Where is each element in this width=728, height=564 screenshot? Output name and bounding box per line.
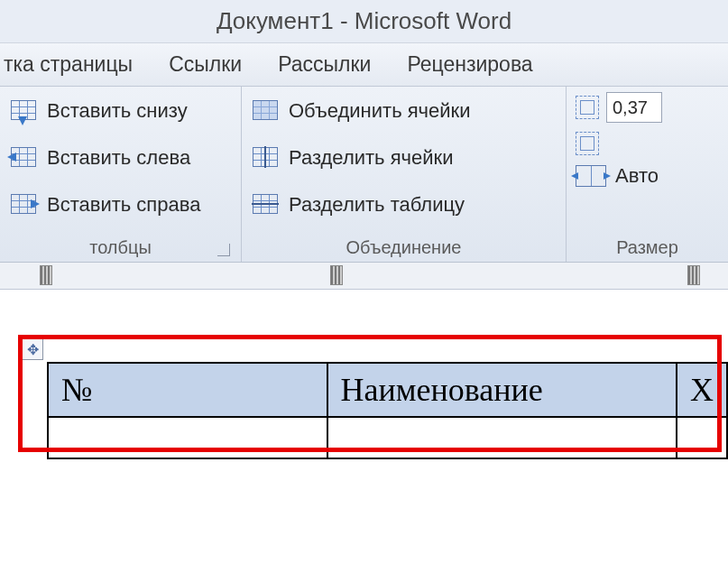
horizontal-ruler[interactable] xyxy=(0,263,728,290)
group-rows-columns: Вставить снизу Вставить слева Вставить с… xyxy=(0,87,242,262)
merge-cells-icon xyxy=(251,98,280,124)
insert-right-label: Вставить справа xyxy=(47,193,200,217)
table-cell[interactable] xyxy=(327,417,677,458)
row-height-icon xyxy=(576,96,599,119)
column-marker-icon[interactable] xyxy=(687,265,700,285)
table-header-cell[interactable]: Наименование xyxy=(327,363,677,417)
ribbon: Вставить снизу Вставить слева Вставить с… xyxy=(0,87,728,263)
insert-below-label: Вставить снизу xyxy=(47,99,188,123)
insert-left-button[interactable]: Вставить слева xyxy=(9,139,232,177)
group-cell-size: Авто Размер xyxy=(567,87,728,262)
split-cells-button[interactable]: Разделить ячейки xyxy=(251,139,557,177)
split-cells-icon xyxy=(251,145,280,171)
merge-cells-button[interactable]: Объединить ячейки xyxy=(251,92,557,130)
table-cell[interactable] xyxy=(48,417,327,458)
insert-right-icon xyxy=(9,192,38,217)
table-row[interactable]: № Наименование Х xyxy=(48,363,727,417)
document-table[interactable]: № Наименование Х xyxy=(47,362,728,459)
document-area[interactable]: ✥ № Наименование Х xyxy=(0,290,728,564)
table-header-cell[interactable]: Х xyxy=(677,363,727,417)
insert-below-icon xyxy=(9,98,38,124)
split-cells-label: Разделить ячейки xyxy=(289,146,453,170)
insert-right-button[interactable]: Вставить справа xyxy=(9,186,232,224)
insert-left-icon xyxy=(9,145,38,171)
ribbon-tabs: тка страницы Ссылки Рассылки Рецензирова xyxy=(0,43,728,87)
autofit-label: Авто xyxy=(615,164,659,188)
window-title: Документ1 - Microsoft Word xyxy=(0,0,728,43)
col-width-icon xyxy=(576,132,599,155)
row-height-control xyxy=(576,92,719,123)
tab-page-layout[interactable]: тка страницы xyxy=(4,52,133,77)
column-marker-icon[interactable] xyxy=(330,265,343,285)
table-row[interactable] xyxy=(48,417,727,458)
split-table-label: Разделить таблицу xyxy=(289,193,465,217)
insert-below-button[interactable]: Вставить снизу xyxy=(9,92,232,130)
group-cell-size-label: Размер xyxy=(576,232,719,262)
rows-columns-dialog-launcher-icon[interactable] xyxy=(217,244,230,256)
table-cell[interactable] xyxy=(677,417,727,458)
insert-left-label: Вставить слева xyxy=(47,146,190,170)
merge-cells-label: Объединить ячейки xyxy=(289,99,471,123)
group-merge-label: Объединение xyxy=(251,232,557,262)
tab-review[interactable]: Рецензирова xyxy=(407,52,532,77)
split-table-button[interactable]: Разделить таблицу xyxy=(251,186,557,224)
group-merge: Объединить ячейки Разделить ячейки Разде… xyxy=(242,87,567,262)
tab-references[interactable]: Ссылки xyxy=(169,52,242,77)
autofit-icon xyxy=(576,165,606,187)
table-move-handle-icon[interactable]: ✥ xyxy=(22,338,43,360)
col-width-control xyxy=(576,132,719,155)
column-marker-icon[interactable] xyxy=(40,265,52,285)
split-table-icon xyxy=(251,192,280,217)
autofit-button[interactable]: Авто xyxy=(576,164,719,188)
row-height-input[interactable] xyxy=(606,92,662,123)
table-header-cell[interactable]: № xyxy=(48,363,327,417)
group-rows-columns-label: толбцы xyxy=(9,232,232,262)
tab-mailings[interactable]: Рассылки xyxy=(278,52,371,77)
